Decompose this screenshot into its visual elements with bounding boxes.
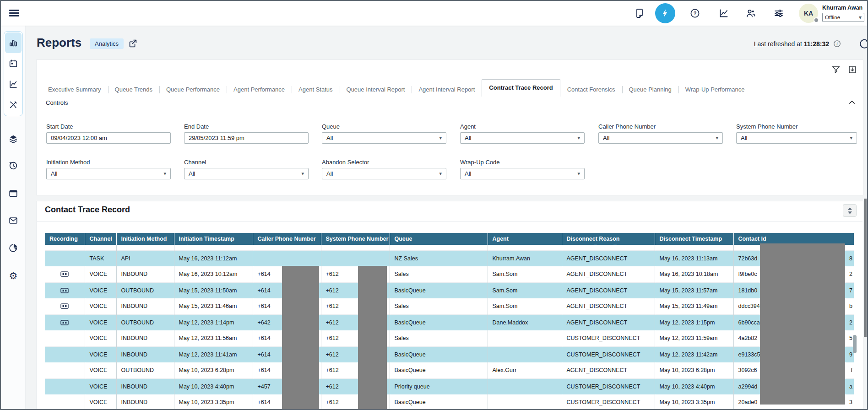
cell-agent <box>488 378 562 394</box>
users-icon[interactable] <box>745 8 756 19</box>
sidebar-item-metrics[interactable] <box>5 74 22 94</box>
cell-disconnect-timestamp: May 15, 2023 11:57am <box>655 282 733 298</box>
filter-channel: ChannelAll▾ <box>184 159 309 179</box>
cell-disconnect-reason: CUSTOMER_DISCONNECT <box>562 346 655 362</box>
divider <box>37 221 863 222</box>
filter-value: All <box>51 170 57 177</box>
redaction-overlay-caller-phone <box>282 266 319 410</box>
sidebar-item-history[interactable] <box>8 161 18 171</box>
sidebar-item-workspace[interactable] <box>8 189 18 199</box>
filter-select-system-phone-number[interactable]: All▾ <box>736 132 857 144</box>
info-icon[interactable]: i <box>833 39 841 48</box>
filter-value: 29/05/2023 11:59 pm <box>189 135 244 141</box>
cell-queue: Sales <box>390 298 488 314</box>
filter-select-wrap-up-code[interactable]: All▾ <box>460 168 585 179</box>
sidebar-item-layers[interactable] <box>8 134 18 144</box>
arrow-up-icon <box>848 207 852 210</box>
avatar[interactable]: KA <box>799 4 818 23</box>
page-title: Reports <box>37 36 81 50</box>
ctr-table: RecordingChannelInitiation MethodInitiat… <box>45 233 854 410</box>
arrow-down-icon <box>848 211 852 214</box>
filter-select-caller-phone-number[interactable]: All▾ <box>598 132 723 144</box>
status-dot <box>814 17 819 23</box>
cell-initiation-method: DISCONNECT <box>116 245 174 250</box>
main-content: Reports Analytics Last refreshed at 11:2… <box>26 26 867 409</box>
table-row[interactable]: VOICE OUTBOUND May 10, 2023 6:28pm +614 … <box>45 362 854 378</box>
filter-select-channel[interactable]: All▾ <box>184 168 309 179</box>
filter-input-start-date[interactable]: 09/04/2023 12:00 am <box>46 132 171 144</box>
cell-initiation-timestamp: May 15, 2023 11:46am <box>174 298 253 314</box>
help-icon[interactable]: ? <box>689 8 700 19</box>
table-row[interactable]: VOICE INBOUND May 12, 2023 11:56am +614 … <box>45 330 854 346</box>
table-row[interactable]: VOICE INBOUND May 16, 2023 10:12am +614 … <box>45 266 854 282</box>
filter-select-queue[interactable]: All▾ <box>322 132 446 144</box>
cell-initiation-timestamp: May 16, 2023 11:13am <box>174 245 253 250</box>
col-queue: Queue <box>390 233 488 245</box>
cell-agent: Sam.Som <box>488 266 562 282</box>
filter-value: 09/04/2023 12:00 am <box>51 135 107 141</box>
filter-label: Start Date <box>46 123 171 130</box>
table-row[interactable]: VOICE INBOUND May 10, 2023 4:40pm +457 +… <box>45 378 854 394</box>
cell-channel: VOICE <box>85 378 116 394</box>
cell-disconnect-timestamp: May 10, 2023 3:35pm <box>655 394 733 410</box>
ctr-table-viewport[interactable]: TASK DISCONNECT May 16, 2023 11:13am CON… <box>45 245 854 410</box>
lightning-icon[interactable] <box>655 3 675 23</box>
table-row[interactable]: TASK API May 16, 2023 11:12am NZ Sales K… <box>45 250 854 266</box>
page-scrollbar-thumb[interactable] <box>864 199 867 337</box>
table-row[interactable]: TASK DISCONNECT May 16, 2023 11:13am CON… <box>45 245 854 250</box>
sidebar-item-mail[interactable] <box>8 216 18 226</box>
refresh-icon[interactable] <box>858 38 868 50</box>
filter-input-end-date[interactable]: 29/05/2023 11:59 pm <box>184 132 309 144</box>
topbar: ? KA Khurram Awan Offline ▾ <box>1 1 867 26</box>
table-row[interactable]: VOICE OUTBOUND May 12, 2023 1:14pm +642 … <box>45 314 854 330</box>
recording-icon <box>60 303 69 309</box>
filter-select-abandon-selector[interactable]: All▾ <box>322 168 446 179</box>
redaction-overlay-system-phone <box>358 266 387 410</box>
col-recording: Recording <box>45 233 85 245</box>
filter-abandon-selector: Abandon SelectorAll▾ <box>322 159 446 179</box>
sidebar-item-reporting[interactable] <box>8 243 18 253</box>
cell-agent: Dane.Maddox <box>488 314 562 330</box>
external-link-icon[interactable] <box>128 38 138 49</box>
filter-select-agent[interactable]: All▾ <box>460 132 585 144</box>
hamburger-menu-icon[interactable] <box>9 8 19 18</box>
cell-initiation-timestamp: May 12, 2023 11:41am <box>174 346 253 362</box>
cell-initiation-method: INBOUND <box>116 298 174 314</box>
table-scrollbar-thumb[interactable] <box>853 335 857 353</box>
ctr-table-body: TASK DISCONNECT May 16, 2023 11:13am CON… <box>45 245 854 410</box>
cell-disconnect-timestamp: May 15, 2023 11:49am <box>655 298 733 314</box>
cell-queue: Priority queue <box>390 378 488 394</box>
filter-select-initiation-method[interactable]: All▾ <box>46 168 171 179</box>
table-row[interactable]: VOICE OUTBOUND May 15, 2023 11:50am +614… <box>45 282 854 298</box>
cell-recording <box>45 250 85 266</box>
sidebar-item-reports[interactable] <box>5 32 22 53</box>
cell-agent: Sam.Som <box>488 298 562 314</box>
filter-wrap-up-code: Wrap-Up CodeAll▾ <box>460 159 585 179</box>
sidebar-item-settings[interactable]: ⚙ <box>8 271 18 281</box>
settings-sliders-icon[interactable] <box>773 8 784 19</box>
cell-disconnect-reason: CONTACT_FLOW_DISCON... <box>562 245 655 250</box>
filter-agent: AgentAll▾ <box>460 123 585 144</box>
cell-queue: BasicQueue <box>390 346 488 362</box>
status-select-value: Offline <box>825 15 840 20</box>
browser-window-icon <box>8 189 18 199</box>
table-scroll-spinner[interactable] <box>843 204 857 217</box>
gear-icon: ⚙ <box>8 271 18 281</box>
cell-disconnect-timestamp: May 16, 2023 11:13am <box>655 250 733 266</box>
notes-icon[interactable] <box>634 8 645 19</box>
cell-queue: Sales <box>390 330 488 346</box>
sidebar-item-design[interactable] <box>5 94 22 115</box>
cell-initiation-timestamp: May 10, 2023 6:28pm <box>174 362 253 378</box>
cell-recording <box>45 330 85 346</box>
status-select[interactable]: Offline ▾ <box>822 13 864 22</box>
metrics-icon[interactable] <box>718 8 729 19</box>
cell-initiation-timestamp: May 15, 2023 11:50am <box>174 282 253 298</box>
table-row[interactable]: VOICE INBOUND May 15, 2023 11:46am +614 … <box>45 298 854 314</box>
mail-icon <box>8 216 18 226</box>
sidebar-item-schedule[interactable] <box>5 53 22 74</box>
table-row[interactable]: VOICE INBOUND May 10, 2023 3:35pm +614 +… <box>45 394 854 410</box>
avatar-initials: KA <box>804 10 813 17</box>
cell-disconnect-reason: CUSTOMER_DISCONNECT <box>562 394 655 410</box>
table-row[interactable]: VOICE INBOUND May 12, 2023 11:41am +614 … <box>45 346 854 362</box>
cell-caller-phone <box>253 245 321 250</box>
